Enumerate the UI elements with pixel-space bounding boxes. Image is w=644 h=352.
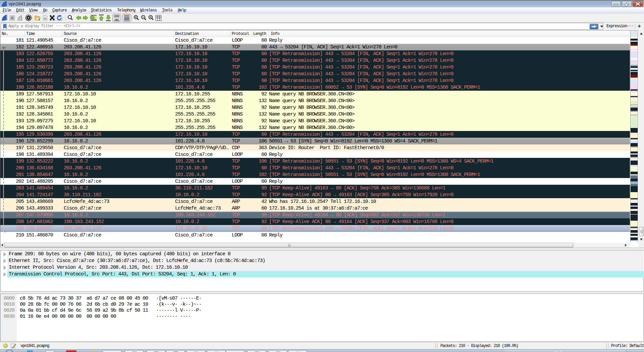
svg-text:010: 010	[44, 18, 47, 20]
